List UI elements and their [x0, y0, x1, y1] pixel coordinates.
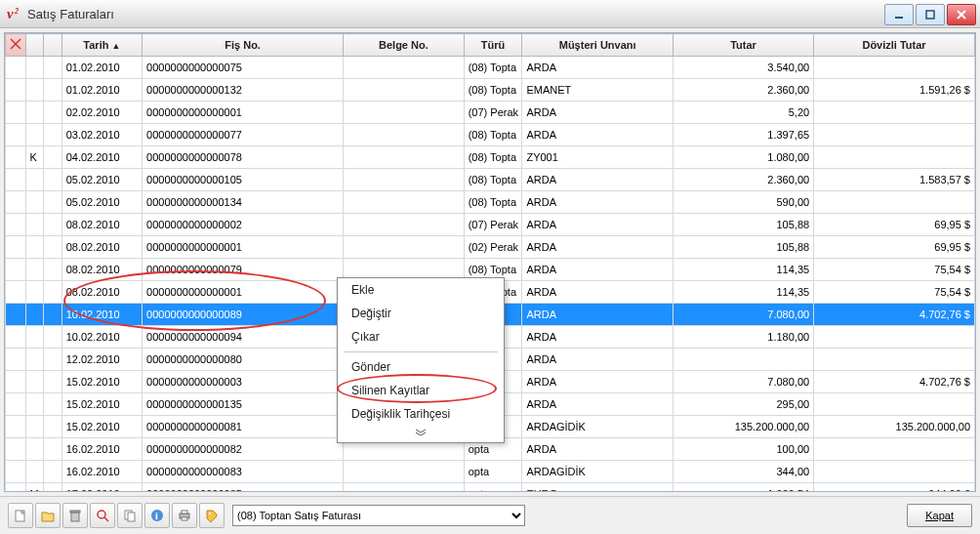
table-row[interactable]: 02.02.20100000000000000001(07) PerakARDA…	[6, 102, 975, 124]
belge-header[interactable]: Belge No.	[344, 34, 465, 57]
svg-rect-3	[926, 11, 934, 19]
row-indicator-cell	[6, 416, 26, 438]
bottom-toolbar: i (08) Toptan Satış Faturası Kapat	[0, 496, 980, 534]
musteri-cell: ARDA	[522, 57, 674, 79]
flag-cell	[25, 326, 44, 349]
musteri-cell: ARDA	[522, 169, 674, 191]
info-button[interactable]: i	[144, 503, 170, 528]
fis-cell: 0000000000000083	[143, 461, 344, 483]
tarih-cell: 10.02.2010	[61, 304, 142, 326]
tutar-cell: 105,88	[673, 236, 813, 259]
invoice-type-select[interactable]: (08) Toptan Satış Faturası	[232, 505, 525, 526]
flag-cell	[25, 169, 44, 191]
flag-cell: M	[25, 483, 44, 493]
kapat-button[interactable]: Kapat	[907, 504, 972, 527]
tutar-header[interactable]: Tutar	[673, 34, 813, 57]
flag-col-header[interactable]	[25, 34, 44, 57]
minimize-button[interactable]	[884, 4, 914, 25]
open-button[interactable]	[35, 503, 61, 528]
table-row[interactable]: 05.02.20100000000000000105(08) ToptaARDA…	[6, 169, 975, 191]
musteri-cell: ZY001	[522, 146, 674, 169]
flag-cell	[25, 57, 44, 79]
tarih-cell: 08.02.2010	[61, 214, 142, 236]
close-window-button[interactable]	[947, 4, 976, 25]
tutar-cell: 295,00	[673, 393, 813, 416]
tag-button[interactable]	[199, 503, 225, 528]
flag2-col-header[interactable]	[44, 34, 62, 57]
flag-cell	[25, 349, 44, 371]
musteri-cell: ARDA	[522, 214, 674, 236]
belge-cell	[344, 236, 465, 259]
doviz-header[interactable]: Dövizli Tutar	[814, 34, 975, 57]
table-row[interactable]: 01.02.20100000000000000132(08) ToptaEMAN…	[6, 79, 975, 102]
tutar-cell: 2.360,00	[673, 169, 813, 191]
row-selector-header[interactable]	[6, 34, 26, 57]
doviz-cell	[814, 102, 975, 124]
fis-cell: 0000000000000002	[143, 214, 344, 236]
table-row[interactable]: 08.02.20100000000000000002(07) PerakARDA…	[6, 214, 975, 236]
musteri-header[interactable]: Müşteri Unvanı	[522, 34, 674, 57]
flag2-cell	[44, 393, 62, 416]
ctx-cikar[interactable]: Çıkar	[338, 325, 504, 349]
ctx-gonder[interactable]: Gönder	[338, 355, 504, 379]
search-button[interactable]	[90, 503, 115, 528]
delete-button[interactable]	[62, 503, 88, 528]
doviz-cell	[814, 326, 975, 349]
row-indicator-cell	[6, 349, 26, 371]
turu-header[interactable]: Türü	[464, 34, 522, 57]
fis-cell: 0000000000000089	[143, 304, 344, 326]
flag2-cell	[44, 438, 62, 461]
svg-line-12	[104, 517, 108, 521]
row-indicator-cell	[6, 124, 26, 146]
flag2-cell	[44, 57, 62, 79]
turu-cell: opta	[464, 461, 522, 483]
tutar-cell: 7.080,00	[673, 371, 813, 393]
table-row[interactable]: K04.02.20100000000000000078(08) ToptaZY0…	[6, 146, 975, 169]
table-row[interactable]: 08.02.20100000000000000001(02) PerakARDA…	[6, 236, 975, 259]
musteri-cell: ARDA	[522, 124, 674, 146]
row-indicator-cell	[6, 57, 26, 79]
musteri-cell: EURO	[522, 483, 674, 493]
tarih-header[interactable]: Tarih ▲	[61, 34, 142, 57]
ctx-silinen[interactable]: Silinen Kayıtlar	[338, 379, 504, 402]
fis-header[interactable]: Fiş No.	[143, 34, 344, 57]
flag2-cell	[44, 416, 62, 438]
belge-cell	[344, 483, 465, 493]
fis-cell: 0000000000000079	[143, 259, 344, 281]
window-title: Satış Faturaları	[27, 7, 884, 21]
context-menu[interactable]: Ekle Değiştir Çıkar Gönder Silinen Kayıt…	[337, 277, 505, 443]
ctx-tarihce[interactable]: Değişiklik Tarihçesi	[338, 402, 504, 426]
fis-cell: 0000000000000134	[143, 191, 344, 214]
ctx-degistir[interactable]: Değiştir	[338, 302, 504, 325]
row-indicator-cell	[6, 393, 26, 416]
svg-text:2: 2	[14, 7, 19, 16]
new-button[interactable]	[8, 503, 33, 528]
row-indicator-cell	[6, 326, 26, 349]
copy-button[interactable]	[117, 503, 143, 528]
tutar-cell: 105,88	[673, 214, 813, 236]
turu-cell: (07) Perak	[464, 214, 522, 236]
table-row[interactable]: M17.02.20100000000000000085optaEURO1.939…	[6, 483, 975, 493]
table-row[interactable]: 03.02.20100000000000000077(08) ToptaARDA…	[6, 124, 975, 146]
tarih-cell: 12.02.2010	[61, 349, 142, 371]
maximize-button[interactable]	[916, 4, 945, 25]
table-row[interactable]: 16.02.20100000000000000083optaARDAGİDİK3…	[6, 461, 975, 483]
turu-cell: (08) Topta	[464, 146, 522, 169]
tutar-cell: 114,35	[673, 259, 813, 281]
fis-cell: 0000000000000077	[143, 124, 344, 146]
fis-cell: 0000000000000094	[143, 326, 344, 349]
musteri-cell: ARDA	[522, 371, 674, 393]
doviz-cell: 1.583,57 $	[814, 169, 975, 191]
turu-cell: opta	[464, 483, 522, 493]
table-row[interactable]: 01.02.20100000000000000075(08) ToptaARDA…	[6, 57, 975, 79]
flag2-cell	[44, 259, 62, 281]
belge-cell	[344, 461, 465, 483]
tarih-cell: 05.02.2010	[61, 169, 142, 191]
print-button[interactable]	[172, 503, 197, 528]
table-row[interactable]: 05.02.20100000000000000134(08) ToptaARDA…	[6, 191, 975, 214]
row-indicator-cell	[6, 214, 26, 236]
fis-cell: 0000000000000135	[143, 393, 344, 416]
ctx-ekle[interactable]: Ekle	[338, 278, 504, 302]
ctx-expand-icon[interactable]	[338, 426, 504, 442]
row-indicator-cell	[6, 79, 26, 102]
